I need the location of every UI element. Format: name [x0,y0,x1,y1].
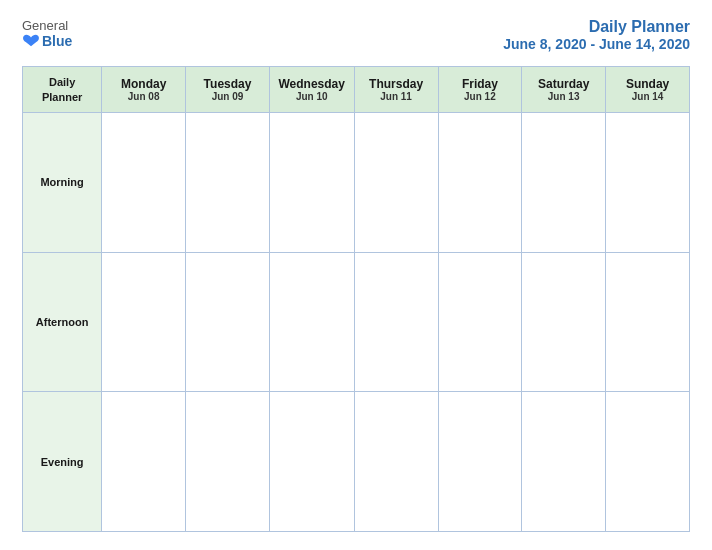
planner-table: Daily Planner Monday Jun 08 Tuesday Jun … [22,66,690,532]
cell-evening-monday[interactable] [102,392,186,532]
cell-evening-sunday[interactable] [606,392,690,532]
header-tuesday: Tuesday Jun 09 [186,67,270,113]
cell-morning-saturday[interactable] [522,113,606,253]
cell-afternoon-sunday[interactable] [606,252,690,392]
cell-morning-thursday[interactable] [354,113,438,253]
cell-afternoon-wednesday[interactable] [269,252,354,392]
cell-evening-thursday[interactable] [354,392,438,532]
logo-bird-icon [22,34,40,48]
table-row-afternoon: Afternoon [23,252,690,392]
header: General Blue Daily Planner June 8, 2020 … [22,18,690,52]
header-wednesday: Wednesday Jun 10 [269,67,354,113]
row-label-afternoon: Afternoon [23,252,102,392]
logo: General Blue [22,18,72,49]
cell-morning-tuesday[interactable] [186,113,270,253]
cell-afternoon-friday[interactable] [438,252,522,392]
header-dp-line2: Planner [42,91,82,103]
cell-evening-friday[interactable] [438,392,522,532]
cell-afternoon-saturday[interactable] [522,252,606,392]
cell-morning-friday[interactable] [438,113,522,253]
logo-general: General [22,18,68,33]
header-saturday: Saturday Jun 13 [522,67,606,113]
table-header-row: Daily Planner Monday Jun 08 Tuesday Jun … [23,67,690,113]
cell-morning-sunday[interactable] [606,113,690,253]
cell-evening-wednesday[interactable] [269,392,354,532]
cell-afternoon-thursday[interactable] [354,252,438,392]
title-block: Daily Planner June 8, 2020 - June 14, 20… [503,18,690,52]
cell-morning-wednesday[interactable] [269,113,354,253]
cell-evening-tuesday[interactable] [186,392,270,532]
page: General Blue Daily Planner June 8, 2020 … [0,0,712,550]
header-thursday: Thursday Jun 11 [354,67,438,113]
logo-blue: Blue [22,33,72,49]
header-monday: Monday Jun 08 [102,67,186,113]
row-label-morning: Morning [23,113,102,253]
header-daily-planner-cell: Daily Planner [23,67,102,113]
row-label-evening: Evening [23,392,102,532]
header-sunday: Sunday Jun 14 [606,67,690,113]
planner-date-range: June 8, 2020 - June 14, 2020 [503,36,690,52]
cell-afternoon-tuesday[interactable] [186,252,270,392]
table-row-morning: Morning [23,113,690,253]
cell-afternoon-monday[interactable] [102,252,186,392]
cell-evening-saturday[interactable] [522,392,606,532]
header-friday: Friday Jun 12 [438,67,522,113]
header-dp-line1: Daily [49,76,75,88]
planner-title: Daily Planner [503,18,690,36]
table-row-evening: Evening [23,392,690,532]
cell-morning-monday[interactable] [102,113,186,253]
